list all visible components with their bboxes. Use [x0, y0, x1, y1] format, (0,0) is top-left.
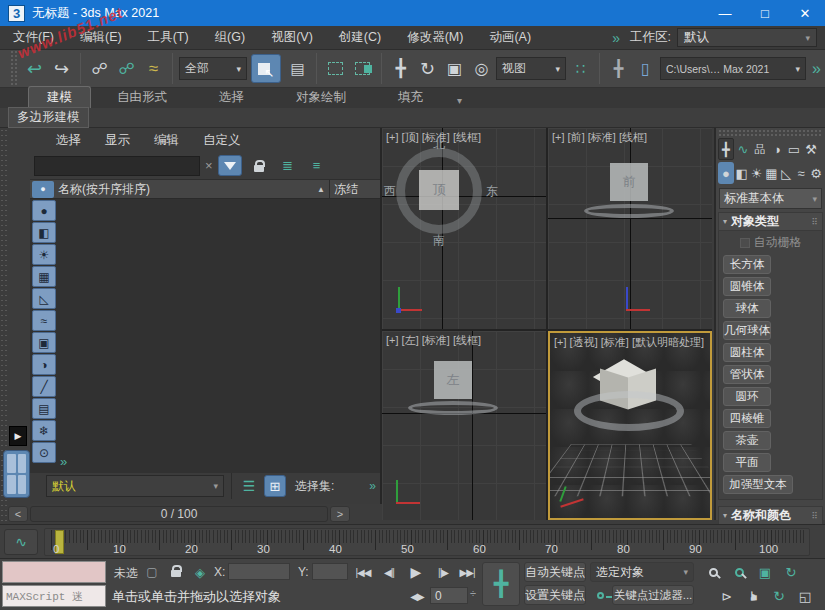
menu-overflow-icon[interactable]: »: [612, 30, 620, 46]
unlink-icon[interactable]: ☍: [114, 55, 139, 83]
object-type-rollout-header[interactable]: ▾ 对象类型 ⠿: [718, 212, 823, 231]
project-folder-field[interactable]: C:\Users\… Max 2021 ▾: [660, 57, 806, 80]
cylinder-button[interactable]: 圆柱体: [723, 343, 771, 362]
maximize-viewport-icon[interactable]: ◱: [794, 586, 816, 606]
collapse-tree-icon[interactable]: ≡: [305, 155, 329, 176]
display-shapes-icon[interactable]: ◧: [32, 222, 56, 243]
viewcube-front-face[interactable]: 前: [610, 163, 648, 201]
name-color-rollout-header[interactable]: ▾ 名称和颜色 ⠿: [718, 506, 823, 525]
field-of-view-icon[interactable]: ⊳: [716, 586, 738, 606]
search-input[interactable]: [34, 156, 200, 176]
viewport-perspective-label[interactable]: [+] [透视] [标准] [默认明暗处理]: [554, 335, 704, 350]
geometry-filter-icon[interactable]: ●: [32, 181, 54, 198]
compass-north[interactable]: 北: [433, 136, 445, 153]
pan-hand-icon[interactable]: ☛: [743, 585, 763, 607]
torus-button[interactable]: 圆环: [723, 387, 771, 406]
select-object-button[interactable]: ↖: [251, 54, 281, 83]
explorer-preset-dropdown[interactable]: 默认 ▾: [46, 475, 224, 497]
scale-icon[interactable]: ▣: [442, 55, 467, 83]
time-ruler[interactable]: 0 10 20 30 40 50 60 70 80 90 100: [44, 528, 810, 556]
zoom-extents-icon[interactable]: ▣: [754, 562, 776, 582]
previous-frame-button[interactable]: ◀||: [378, 563, 400, 581]
explorer-flyout-button[interactable]: ▶: [9, 426, 27, 446]
tube-button[interactable]: 管状体: [723, 365, 771, 384]
maximize-button[interactable]: □: [745, 0, 785, 26]
display-lights-icon[interactable]: ☀: [32, 244, 56, 265]
ribbon-tab-object-paint[interactable]: 对象绘制: [270, 87, 372, 108]
schematic-view-icon[interactable]: ⊞: [264, 475, 286, 497]
viewport-perspective[interactable]: [+] [透视] [标准] [默认明暗处理]: [548, 331, 712, 520]
toolbar-grip[interactable]: [10, 50, 17, 87]
viewport-front[interactable]: [+] [前] [标准] [线框] 前: [548, 128, 712, 329]
snaps-toggle-icon[interactable]: ◎: [469, 55, 494, 83]
next-frame-button[interactable]: ||▶: [432, 563, 454, 581]
selection-lock-brackets-icon[interactable]: ▢: [142, 563, 162, 581]
ribbon-tab-freeform[interactable]: 自由形式: [91, 87, 193, 108]
autogrid-checkbox[interactable]: 自动栅格: [723, 234, 818, 251]
create-tab-icon[interactable]: ╋: [718, 138, 734, 160]
compass-west[interactable]: 西: [384, 183, 396, 200]
display-geometry-icon[interactable]: ●: [32, 200, 56, 221]
display-containers-icon[interactable]: ▤: [32, 398, 56, 419]
viewport-layout-tab-button[interactable]: [3, 450, 30, 498]
menu-modifiers[interactable]: 修改器(M): [394, 29, 476, 46]
box-button[interactable]: 长方体: [723, 255, 771, 274]
ribbon-tab-populate[interactable]: 填充: [372, 87, 449, 108]
viewport-top[interactable]: [+] [顶] [标准] [线框] 顶 北 东 南 西: [382, 128, 546, 329]
rotate-icon[interactable]: ↻: [415, 55, 440, 83]
sphere-button[interactable]: 球体: [723, 299, 771, 318]
primitive-category-dropdown[interactable]: 标准基本体 ▾: [719, 188, 822, 209]
display-frozen-icon[interactable]: ❄: [32, 420, 56, 441]
use-pivot-center-icon[interactable]: ∷: [568, 55, 593, 83]
bind-spacewarp-icon[interactable]: ≈: [141, 55, 166, 83]
ribbon-config-icon[interactable]: ▾: [449, 93, 470, 108]
maxscript-mini-listener[interactable]: [2, 561, 106, 583]
undo-icon[interactable]: ↩: [22, 55, 47, 83]
clear-search-icon[interactable]: ×: [205, 158, 213, 173]
display-cameras-icon[interactable]: ▦: [32, 266, 56, 287]
name-column-header[interactable]: 名称(按升序排序): [58, 181, 150, 198]
key-filters-button[interactable]: 关键点过滤器...: [612, 585, 694, 605]
toolbar-overflow-icon[interactable]: »: [812, 60, 821, 78]
isolate-selection-icon[interactable]: ▯: [633, 55, 658, 83]
explorer-menu-edit[interactable]: 编辑: [144, 132, 189, 149]
strip-overflow-icon[interactable]: »: [60, 454, 67, 469]
selection-lock-icon[interactable]: [166, 561, 186, 581]
minimize-button[interactable]: —: [705, 0, 745, 26]
display-bones-icon[interactable]: ╱: [32, 376, 56, 397]
key-mode-dropdown[interactable]: 选定对象 ▾: [590, 562, 694, 582]
geosphere-button[interactable]: 几何球体: [723, 321, 771, 340]
ribbon-panel-polygon-modeling[interactable]: 多边形建模: [8, 107, 89, 128]
shapes-category-icon[interactable]: ◧: [735, 162, 749, 184]
lock-explorer-icon[interactable]: [247, 155, 271, 176]
zoom-all-icon[interactable]: [728, 562, 750, 582]
zoom-icon[interactable]: [702, 562, 724, 582]
prev-frame-button[interactable]: <: [8, 506, 28, 522]
teapot-button[interactable]: 茶壶: [723, 431, 771, 450]
orbit-icon[interactable]: ↻: [768, 586, 790, 606]
ribbon-tab-modeling[interactable]: 建模: [28, 86, 91, 108]
ribbon-tab-selection[interactable]: 选择: [193, 87, 270, 108]
menu-animation[interactable]: 动画(A): [476, 29, 544, 46]
spacewarps-category-icon[interactable]: ≈: [794, 162, 808, 184]
viewcube-left-face[interactable]: 左: [434, 361, 472, 399]
explorer-list[interactable]: ● ◧ ☀ ▦ ◺ ≈ ▣ ◑ ╱ ▤ ❄ ⊙ »: [30, 199, 380, 473]
maxscript-listener-label[interactable]: MAXScript 迷: [2, 585, 106, 607]
explorer-menu-select[interactable]: 选择: [46, 132, 91, 149]
zoom-extents-all-icon[interactable]: ↻: [780, 562, 802, 582]
display-hidden-icon[interactable]: ⊙: [32, 442, 56, 463]
absolute-offset-mode-icon[interactable]: ◈: [190, 563, 210, 581]
go-to-end-button[interactable]: ▶▶|: [456, 563, 478, 581]
viewcube-top-face[interactable]: 顶: [419, 170, 459, 210]
motion-tab-icon[interactable]: ◑: [769, 138, 785, 160]
explorer-menu-display[interactable]: 显示: [95, 132, 140, 149]
bottom-overflow-icon[interactable]: »: [369, 479, 376, 493]
pyramid-button[interactable]: 四棱锥: [723, 409, 771, 428]
viewport-left-label[interactable]: [+] [左] [标准] [线框]: [386, 333, 481, 348]
select-by-name-icon[interactable]: ▤: [285, 55, 310, 83]
sort-ascending-icon[interactable]: ▲: [317, 185, 325, 194]
menu-create[interactable]: 创建(C): [326, 29, 394, 46]
move-icon[interactable]: ╋: [388, 55, 413, 83]
display-spacewarps-icon[interactable]: ≈: [32, 310, 56, 331]
set-key-big-button[interactable]: ╋: [482, 562, 520, 606]
